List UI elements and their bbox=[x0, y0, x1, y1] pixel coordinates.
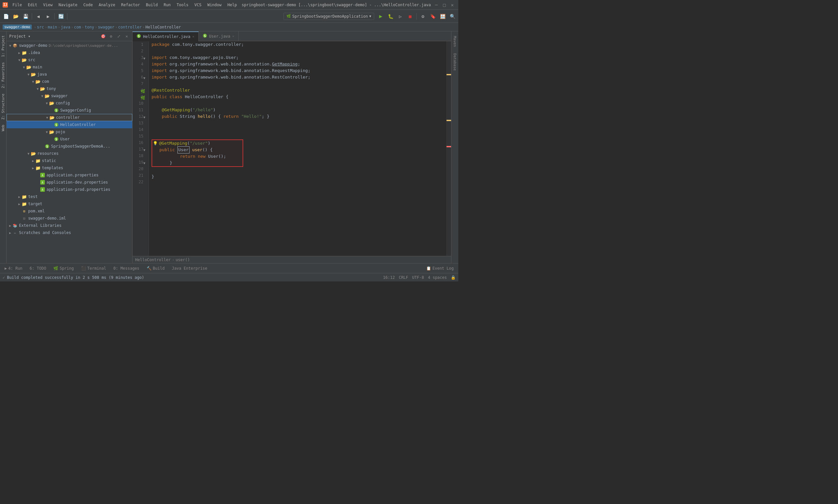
line-col-indicator[interactable]: 16:12 bbox=[383, 275, 395, 280]
tree-item-com[interactable]: ▼ 📂 com bbox=[6, 78, 132, 85]
tree-item-scratches[interactable]: ▶ ✏ Scratches and Consoles bbox=[6, 229, 132, 236]
file-tree[interactable]: ▼ 📦 swagger-demo D:\code\springboot\swag… bbox=[6, 41, 132, 263]
breadcrumb-main[interactable]: main bbox=[48, 25, 57, 30]
breadcrumb-tony[interactable]: tony bbox=[85, 25, 94, 30]
menu-navigate[interactable]: Navigate bbox=[56, 2, 80, 8]
window-layout-button[interactable]: 🪟 bbox=[438, 12, 447, 21]
search-everywhere-button[interactable]: 🔍 bbox=[448, 12, 457, 21]
tree-item-target[interactable]: ▶ 📁 target bbox=[6, 200, 132, 208]
indent-indicator[interactable]: 4 spaces bbox=[428, 275, 447, 280]
open-button[interactable]: 📂 bbox=[11, 12, 20, 21]
tree-item-app-props[interactable]: A application.properties bbox=[6, 172, 132, 179]
database-tab[interactable]: Database bbox=[452, 50, 458, 74]
save-button[interactable]: 💾 bbox=[21, 12, 30, 21]
panel-settings-button[interactable]: ⚙ bbox=[108, 33, 114, 39]
menu-code[interactable]: Code bbox=[81, 2, 95, 8]
breadcrumb-src[interactable]: src bbox=[37, 25, 44, 30]
breadcrumb-java[interactable]: java bbox=[61, 25, 70, 30]
tree-item-hellocontroller[interactable]: S HelloController bbox=[6, 121, 132, 128]
menu-window[interactable]: Window bbox=[204, 2, 224, 8]
breadcrumb-swagger[interactable]: swagger bbox=[98, 25, 114, 30]
menu-build[interactable]: Build bbox=[143, 2, 160, 8]
tree-item-idea[interactable]: ▶ 📁 .idea bbox=[6, 49, 132, 56]
menu-tools[interactable]: Tools bbox=[174, 2, 191, 8]
tree-item-swagger-demo-root[interactable]: ▼ 📦 swagger-demo D:\code\springboot\swag… bbox=[6, 42, 132, 49]
code-content[interactable]: package com.tony.swagger.controller; imp… bbox=[149, 41, 446, 256]
tree-item-config[interactable]: ▼ 📂 config bbox=[6, 100, 132, 107]
menu-help[interactable]: Help bbox=[225, 2, 239, 8]
menu-analyze[interactable]: Analyze bbox=[96, 2, 118, 8]
messages-tool-tab[interactable]: 0: Messages bbox=[110, 265, 142, 272]
tree-item-swaggerconfig[interactable]: S SwaggerConfig bbox=[6, 107, 132, 114]
project-badge[interactable]: swagger-demo bbox=[3, 24, 32, 30]
menu-edit[interactable]: Edit bbox=[25, 2, 40, 8]
tree-item-user[interactable]: S User bbox=[6, 136, 132, 143]
spring-tool-tab[interactable]: 🌿 Spring bbox=[50, 265, 77, 272]
maximize-button[interactable]: □ bbox=[441, 2, 447, 7]
debug-button[interactable]: 🐛 bbox=[386, 12, 395, 21]
tree-item-controller[interactable]: ▼ 📂 controller bbox=[6, 114, 132, 121]
tree-item-pojo[interactable]: ▼ 📂 pojo bbox=[6, 128, 132, 136]
tree-item-prod-props[interactable]: A application-prod.properties bbox=[6, 186, 132, 193]
close-button[interactable]: ✕ bbox=[449, 2, 456, 7]
maven-tab[interactable]: Maven bbox=[452, 33, 458, 50]
run-with-coverage-button[interactable]: ▷ bbox=[396, 12, 405, 21]
project-tab[interactable]: 1: Project bbox=[0, 33, 6, 59]
breadcrumb-hellocontroller[interactable]: HelloController bbox=[145, 25, 181, 30]
expand-button[interactable]: ⤢ bbox=[116, 33, 122, 39]
run-config-selector[interactable]: 🌿 SpringbootSwaggerDemoApplication ▼ bbox=[284, 13, 374, 20]
tree-item-java[interactable]: ▼ 📂 java bbox=[6, 71, 132, 78]
menu-refactor[interactable]: Refactor bbox=[119, 2, 143, 8]
encoding-indicator[interactable]: UTF-8 bbox=[412, 275, 424, 280]
tree-item-resources[interactable]: ▼ 📂 resources bbox=[6, 150, 132, 157]
code-editor[interactable]: 1 2 3 ▼ 4 5 6 ▼ 7 8 🌿 9 bbox=[132, 41, 451, 256]
build-tool-tab[interactable]: 🔨 Build bbox=[143, 265, 168, 272]
event-log-tab[interactable]: 📋 Event Log bbox=[423, 265, 457, 272]
java-enterprise-tool-tab[interactable]: Java Enterprise bbox=[168, 265, 211, 272]
tree-item-main[interactable]: ▼ 📂 main bbox=[6, 64, 132, 71]
sync-button[interactable]: 🔄 bbox=[56, 12, 66, 21]
back-button[interactable]: ◀ bbox=[34, 12, 43, 21]
tree-item-swagger[interactable]: ▼ 📂 swagger bbox=[6, 92, 132, 100]
line-ending-indicator[interactable]: CRLF bbox=[399, 275, 408, 280]
tab-user[interactable]: S User.java ✕ bbox=[199, 32, 239, 41]
menu-bar[interactable]: File Edit View Navigate Code Analyze Ref… bbox=[10, 2, 239, 8]
menu-file[interactable]: File bbox=[10, 2, 24, 8]
tab-hellocontroller[interactable]: S HelloController.java ✕ bbox=[132, 32, 199, 41]
menu-view[interactable]: View bbox=[40, 2, 55, 8]
breadcrumb-com[interactable]: com bbox=[74, 25, 81, 30]
bookmarks-button[interactable]: 🔖 bbox=[428, 12, 437, 21]
bulb-icon[interactable]: 💡 bbox=[153, 140, 158, 147]
tree-item-dev-props[interactable]: A application-dev.properties bbox=[6, 179, 132, 186]
breadcrumb-hellocontroller-class[interactable]: HelloController bbox=[135, 257, 171, 262]
terminal-tool-tab[interactable]: ⬛ Terminal bbox=[78, 265, 110, 272]
window-controls[interactable]: ─ □ ✕ bbox=[433, 2, 456, 7]
tree-item-pom[interactable]: ⊞ pom.xml bbox=[6, 208, 132, 215]
tree-item-iml[interactable]: ⊡ swagger-demo.iml bbox=[6, 215, 132, 222]
breadcrumb-controller[interactable]: controller bbox=[118, 25, 142, 30]
run-tool-tab[interactable]: ▶ 4: Run bbox=[1, 265, 26, 272]
tree-item-ext-libs[interactable]: ▶ 📚 External Libraries bbox=[6, 222, 132, 229]
tree-item-static[interactable]: ▶ 📁 static bbox=[6, 157, 132, 164]
web-tab[interactable]: Web bbox=[0, 122, 6, 134]
structure-tab[interactable]: Z: Structure bbox=[0, 91, 6, 122]
tree-item-test[interactable]: ▶ 📁 test bbox=[6, 193, 132, 200]
stop-button[interactable]: ■ bbox=[406, 12, 415, 21]
settings-button[interactable]: ⚙ bbox=[418, 12, 428, 21]
minimize-button[interactable]: ─ bbox=[433, 2, 440, 7]
run-button[interactable]: ▶ bbox=[376, 12, 385, 21]
locate-file-button[interactable]: 🎯 bbox=[100, 33, 106, 39]
hide-panel-button[interactable]: ✕ bbox=[124, 33, 130, 39]
tab-close-hellocontroller[interactable]: ✕ bbox=[193, 35, 194, 38]
favorites-tab[interactable]: 2: Favorites bbox=[0, 59, 6, 91]
new-file-button[interactable]: 📄 bbox=[1, 12, 11, 21]
breadcrumb-user-method[interactable]: user() bbox=[176, 257, 190, 262]
menu-run[interactable]: Run bbox=[161, 2, 174, 8]
tree-item-tony[interactable]: ▼ 📂 tony bbox=[6, 85, 132, 92]
forward-button[interactable]: ▶ bbox=[43, 12, 53, 21]
tab-close-user[interactable]: ✕ bbox=[232, 34, 234, 38]
tree-item-src[interactable]: ▼ 📂 src bbox=[6, 56, 132, 64]
menu-vcs[interactable]: VCS bbox=[192, 2, 204, 8]
tree-item-springboot-app[interactable]: S SpringbootSwaggerDemoA... bbox=[6, 143, 132, 150]
tree-item-templates[interactable]: ▶ 📁 templates bbox=[6, 164, 132, 172]
